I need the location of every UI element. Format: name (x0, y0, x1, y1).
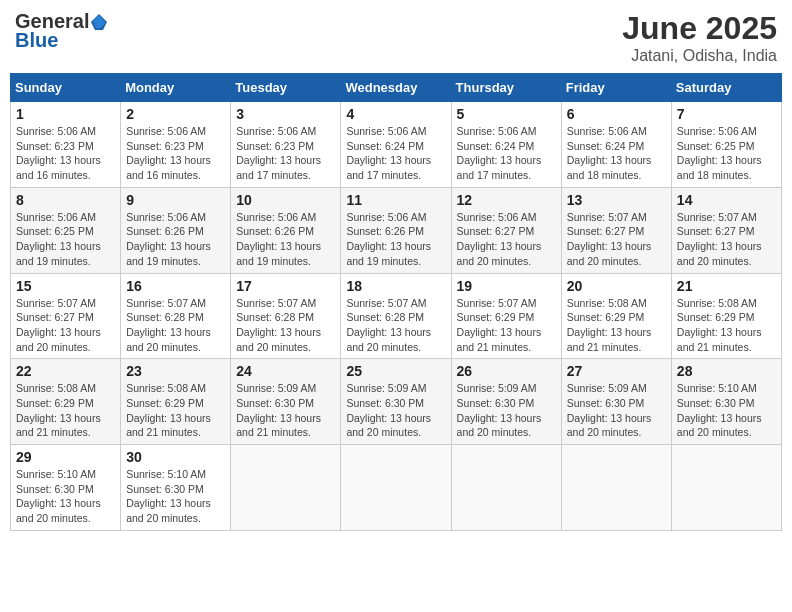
week-row-3: 15 Sunrise: 5:07 AM Sunset: 6:27 PM Dayl… (11, 273, 782, 359)
day-info: Sunrise: 5:08 AM Sunset: 6:29 PM Dayligh… (567, 296, 666, 355)
day-info: Sunrise: 5:07 AM Sunset: 6:27 PM Dayligh… (16, 296, 115, 355)
day-info: Sunrise: 5:07 AM Sunset: 6:28 PM Dayligh… (126, 296, 225, 355)
page-header: General Blue June 2025 Jatani, Odisha, I… (10, 10, 782, 65)
day-number: 3 (236, 106, 335, 122)
location-title: Jatani, Odisha, India (622, 47, 777, 65)
calendar-cell: 11 Sunrise: 5:06 AM Sunset: 6:26 PM Dayl… (341, 187, 451, 273)
calendar-cell: 12 Sunrise: 5:06 AM Sunset: 6:27 PM Dayl… (451, 187, 561, 273)
weekday-header-thursday: Thursday (451, 74, 561, 102)
calendar-cell: 13 Sunrise: 5:07 AM Sunset: 6:27 PM Dayl… (561, 187, 671, 273)
day-info: Sunrise: 5:06 AM Sunset: 6:23 PM Dayligh… (236, 124, 335, 183)
day-info: Sunrise: 5:10 AM Sunset: 6:30 PM Dayligh… (126, 467, 225, 526)
calendar-cell: 28 Sunrise: 5:10 AM Sunset: 6:30 PM Dayl… (671, 359, 781, 445)
calendar-cell: 20 Sunrise: 5:08 AM Sunset: 6:29 PM Dayl… (561, 273, 671, 359)
weekday-header-wednesday: Wednesday (341, 74, 451, 102)
calendar-cell: 5 Sunrise: 5:06 AM Sunset: 6:24 PM Dayli… (451, 102, 561, 188)
day-info: Sunrise: 5:08 AM Sunset: 6:29 PM Dayligh… (126, 381, 225, 440)
day-number: 22 (16, 363, 115, 379)
day-number: 28 (677, 363, 776, 379)
day-info: Sunrise: 5:09 AM Sunset: 6:30 PM Dayligh… (236, 381, 335, 440)
day-info: Sunrise: 5:06 AM Sunset: 6:26 PM Dayligh… (346, 210, 445, 269)
weekday-header-sunday: Sunday (11, 74, 121, 102)
day-number: 12 (457, 192, 556, 208)
day-number: 14 (677, 192, 776, 208)
day-number: 1 (16, 106, 115, 122)
calendar-table: SundayMondayTuesdayWednesdayThursdayFrid… (10, 73, 782, 531)
day-info: Sunrise: 5:09 AM Sunset: 6:30 PM Dayligh… (457, 381, 556, 440)
day-number: 21 (677, 278, 776, 294)
calendar-cell: 30 Sunrise: 5:10 AM Sunset: 6:30 PM Dayl… (121, 445, 231, 531)
day-info: Sunrise: 5:06 AM Sunset: 6:24 PM Dayligh… (567, 124, 666, 183)
calendar-cell: 26 Sunrise: 5:09 AM Sunset: 6:30 PM Dayl… (451, 359, 561, 445)
calendar-cell (231, 445, 341, 531)
calendar-cell: 19 Sunrise: 5:07 AM Sunset: 6:29 PM Dayl… (451, 273, 561, 359)
calendar-cell (451, 445, 561, 531)
month-title: June 2025 (622, 10, 777, 47)
day-number: 15 (16, 278, 115, 294)
day-number: 13 (567, 192, 666, 208)
calendar-cell: 16 Sunrise: 5:07 AM Sunset: 6:28 PM Dayl… (121, 273, 231, 359)
day-number: 19 (457, 278, 556, 294)
week-row-4: 22 Sunrise: 5:08 AM Sunset: 6:29 PM Dayl… (11, 359, 782, 445)
day-info: Sunrise: 5:06 AM Sunset: 6:24 PM Dayligh… (346, 124, 445, 183)
calendar-cell: 14 Sunrise: 5:07 AM Sunset: 6:27 PM Dayl… (671, 187, 781, 273)
calendar-cell: 17 Sunrise: 5:07 AM Sunset: 6:28 PM Dayl… (231, 273, 341, 359)
week-row-1: 1 Sunrise: 5:06 AM Sunset: 6:23 PM Dayli… (11, 102, 782, 188)
day-info: Sunrise: 5:06 AM Sunset: 6:25 PM Dayligh… (677, 124, 776, 183)
day-info: Sunrise: 5:07 AM Sunset: 6:28 PM Dayligh… (236, 296, 335, 355)
day-number: 18 (346, 278, 445, 294)
day-number: 25 (346, 363, 445, 379)
calendar-cell: 18 Sunrise: 5:07 AM Sunset: 6:28 PM Dayl… (341, 273, 451, 359)
day-info: Sunrise: 5:10 AM Sunset: 6:30 PM Dayligh… (16, 467, 115, 526)
day-number: 7 (677, 106, 776, 122)
logo-blue-text: Blue (15, 29, 58, 52)
day-number: 26 (457, 363, 556, 379)
day-info: Sunrise: 5:06 AM Sunset: 6:26 PM Dayligh… (126, 210, 225, 269)
day-info: Sunrise: 5:06 AM Sunset: 6:23 PM Dayligh… (16, 124, 115, 183)
day-info: Sunrise: 5:07 AM Sunset: 6:29 PM Dayligh… (457, 296, 556, 355)
day-info: Sunrise: 5:09 AM Sunset: 6:30 PM Dayligh… (346, 381, 445, 440)
day-info: Sunrise: 5:08 AM Sunset: 6:29 PM Dayligh… (16, 381, 115, 440)
weekday-header-saturday: Saturday (671, 74, 781, 102)
day-number: 8 (16, 192, 115, 208)
calendar-cell: 15 Sunrise: 5:07 AM Sunset: 6:27 PM Dayl… (11, 273, 121, 359)
calendar-cell: 2 Sunrise: 5:06 AM Sunset: 6:23 PM Dayli… (121, 102, 231, 188)
day-number: 4 (346, 106, 445, 122)
calendar-cell: 10 Sunrise: 5:06 AM Sunset: 6:26 PM Dayl… (231, 187, 341, 273)
day-number: 24 (236, 363, 335, 379)
weekday-header-tuesday: Tuesday (231, 74, 341, 102)
week-row-2: 8 Sunrise: 5:06 AM Sunset: 6:25 PM Dayli… (11, 187, 782, 273)
day-number: 6 (567, 106, 666, 122)
calendar-cell (341, 445, 451, 531)
day-number: 17 (236, 278, 335, 294)
day-number: 10 (236, 192, 335, 208)
week-row-5: 29 Sunrise: 5:10 AM Sunset: 6:30 PM Dayl… (11, 445, 782, 531)
calendar-cell: 29 Sunrise: 5:10 AM Sunset: 6:30 PM Dayl… (11, 445, 121, 531)
calendar-cell: 21 Sunrise: 5:08 AM Sunset: 6:29 PM Dayl… (671, 273, 781, 359)
day-info: Sunrise: 5:06 AM Sunset: 6:26 PM Dayligh… (236, 210, 335, 269)
logo-icon (90, 13, 108, 31)
day-number: 27 (567, 363, 666, 379)
day-number: 30 (126, 449, 225, 465)
logo: General Blue (15, 10, 109, 52)
day-info: Sunrise: 5:10 AM Sunset: 6:30 PM Dayligh… (677, 381, 776, 440)
calendar-title-area: June 2025 Jatani, Odisha, India (622, 10, 777, 65)
day-info: Sunrise: 5:07 AM Sunset: 6:28 PM Dayligh… (346, 296, 445, 355)
calendar-cell: 23 Sunrise: 5:08 AM Sunset: 6:29 PM Dayl… (121, 359, 231, 445)
calendar-cell: 7 Sunrise: 5:06 AM Sunset: 6:25 PM Dayli… (671, 102, 781, 188)
calendar-cell: 4 Sunrise: 5:06 AM Sunset: 6:24 PM Dayli… (341, 102, 451, 188)
calendar-cell: 22 Sunrise: 5:08 AM Sunset: 6:29 PM Dayl… (11, 359, 121, 445)
day-info: Sunrise: 5:07 AM Sunset: 6:27 PM Dayligh… (567, 210, 666, 269)
day-number: 2 (126, 106, 225, 122)
day-number: 23 (126, 363, 225, 379)
weekday-header-friday: Friday (561, 74, 671, 102)
day-info: Sunrise: 5:07 AM Sunset: 6:27 PM Dayligh… (677, 210, 776, 269)
day-info: Sunrise: 5:08 AM Sunset: 6:29 PM Dayligh… (677, 296, 776, 355)
calendar-cell: 6 Sunrise: 5:06 AM Sunset: 6:24 PM Dayli… (561, 102, 671, 188)
calendar-cell: 9 Sunrise: 5:06 AM Sunset: 6:26 PM Dayli… (121, 187, 231, 273)
calendar-cell: 24 Sunrise: 5:09 AM Sunset: 6:30 PM Dayl… (231, 359, 341, 445)
day-info: Sunrise: 5:06 AM Sunset: 6:23 PM Dayligh… (126, 124, 225, 183)
day-number: 29 (16, 449, 115, 465)
day-number: 16 (126, 278, 225, 294)
calendar-cell: 1 Sunrise: 5:06 AM Sunset: 6:23 PM Dayli… (11, 102, 121, 188)
